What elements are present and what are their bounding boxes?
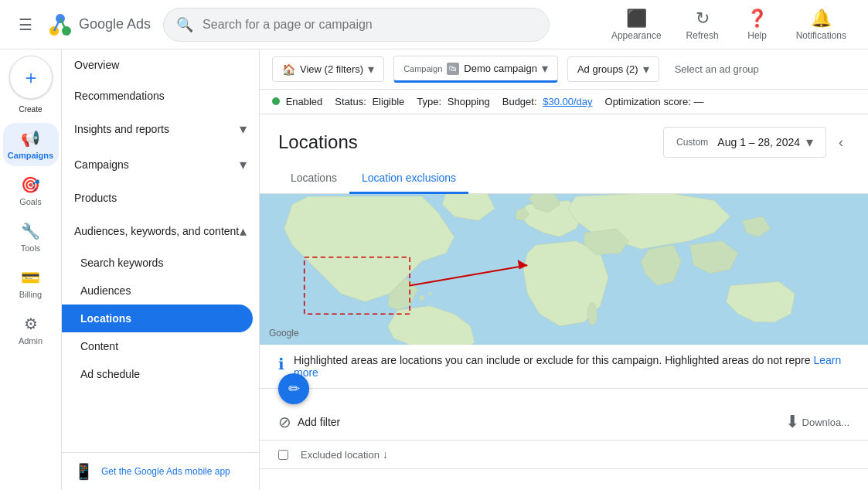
appearance-button[interactable]: ⬛ Appearance bbox=[602, 5, 671, 44]
status-field: Status: Eligible bbox=[335, 96, 404, 107]
sidebar-billing-label: Billing bbox=[19, 290, 42, 299]
nav-locations-label: Locations bbox=[80, 312, 131, 325]
sidebar-item-billing[interactable]: 💳 Billing bbox=[3, 262, 59, 305]
notifications-label: Notifications bbox=[796, 30, 846, 41]
svg-point-11 bbox=[428, 292, 431, 295]
sidebar-item-tools[interactable]: 🔧 Tools bbox=[3, 216, 59, 259]
info-text-content: Highlighted areas are locations you can … bbox=[294, 354, 811, 366]
tools-icon: 🔧 bbox=[21, 222, 40, 240]
nav-content[interactable]: Content bbox=[62, 332, 253, 360]
help-icon: ❓ bbox=[747, 9, 768, 29]
nav-search-keywords[interactable]: Search keywords bbox=[62, 249, 253, 277]
type-field: Type: Shopping bbox=[417, 96, 489, 107]
status-bar: Enabled Status: Eligible Type: Shopping … bbox=[260, 90, 868, 114]
nav-campaigns[interactable]: Campaigns ▾ bbox=[62, 147, 259, 182]
sidebar-admin-label: Admin bbox=[19, 336, 43, 345]
google-ads-logo-icon bbox=[48, 12, 73, 37]
table-header: Excluded location ↓ bbox=[260, 441, 868, 469]
main-content: 🏠 View (2 filters) ▾ Campaign 🛍 Demo cam… bbox=[260, 49, 868, 490]
filter-funnel-icon: ⊘ bbox=[278, 413, 291, 431]
tab-locations-label: Locations bbox=[291, 172, 337, 184]
table-select-all-checkbox[interactable] bbox=[278, 450, 288, 460]
budget-label: Budget: bbox=[502, 96, 537, 107]
campaign-filter-name: Demo campaign bbox=[464, 63, 537, 74]
campaign-filter-chevron-icon: ▾ bbox=[542, 61, 548, 76]
nav-products[interactable]: Products bbox=[62, 182, 259, 213]
ad-groups-filter-label: Ad groups (2) bbox=[577, 63, 638, 75]
nav-locations[interactable]: Locations bbox=[62, 305, 253, 332]
ad-groups-chevron-icon: ▾ bbox=[643, 62, 649, 77]
nav-recommendations-label: Recommendations bbox=[74, 90, 165, 102]
sidebar-goals-label: Goals bbox=[19, 197, 42, 206]
status-value: Eligible bbox=[372, 96, 404, 107]
hamburger-menu-icon[interactable]: ☰ bbox=[12, 9, 39, 40]
ad-groups-filter-button[interactable]: Ad groups (2) ▾ bbox=[567, 56, 659, 82]
nav-overview-label: Overview bbox=[74, 59, 119, 71]
enabled-label: Enabled bbox=[286, 96, 323, 107]
search-bar[interactable]: 🔍 bbox=[163, 8, 550, 42]
search-input[interactable] bbox=[203, 18, 536, 32]
nav-insights-chevron-icon: ▾ bbox=[240, 121, 247, 138]
excluded-location-col-header: Excluded location ↓ bbox=[301, 448, 388, 461]
sidebar-item-goals[interactable]: 🎯 Goals bbox=[3, 169, 59, 213]
sidebar-item-admin[interactable]: ⚙ Admin bbox=[3, 308, 59, 352]
sidebar-item-campaigns[interactable]: 📢 Campaigns bbox=[3, 123, 59, 166]
nav-ad-schedule-label: Ad schedule bbox=[80, 368, 140, 380]
refresh-button[interactable]: ↻ Refresh bbox=[677, 5, 728, 44]
tab-location-exclusions-label: Location exclusions bbox=[362, 172, 456, 184]
map: Google bbox=[260, 194, 868, 345]
sort-icon[interactable]: ↓ bbox=[383, 448, 388, 461]
topbar: ☰ Google Ads 🔍 ⬛ Appearance ↻ Refresh ❓ bbox=[0, 0, 868, 49]
view-filter-button[interactable]: 🏠 View (2 filters) ▾ bbox=[272, 56, 384, 82]
collapse-panel-button[interactable]: ‹ bbox=[832, 128, 849, 157]
nav-audiences-header[interactable]: Audiences, keywords, and content ▴ bbox=[62, 213, 259, 249]
campaign-filter-button[interactable]: Campaign 🛍 Demo campaign ▾ bbox=[393, 56, 558, 83]
nav-recommendations[interactable]: Recommendations bbox=[62, 80, 259, 111]
mobile-app-icon: 📱 bbox=[74, 462, 94, 481]
topbar-left: ☰ Google Ads bbox=[12, 9, 151, 40]
help-label: Help bbox=[747, 30, 767, 41]
tab-locations[interactable]: Locations bbox=[278, 164, 349, 194]
tabs: Locations Location exclusions bbox=[260, 164, 868, 194]
download-button[interactable]: ⬇ Downloa... bbox=[785, 412, 849, 432]
nav-insights-label: Insights and reports bbox=[74, 123, 169, 135]
layout: ＋ Create 📢 Campaigns 🎯 Goals 🔧 Tools 💳 B… bbox=[0, 49, 868, 490]
create-button[interactable]: ＋ bbox=[9, 56, 53, 99]
help-button[interactable]: ❓ Help bbox=[734, 5, 781, 44]
appearance-icon: ⬛ bbox=[626, 9, 647, 29]
nav-audiences-item-label: Audiences bbox=[80, 284, 131, 297]
svg-point-10 bbox=[420, 295, 424, 300]
view-filter-chevron-icon: ▾ bbox=[368, 62, 374, 77]
status-label: Status: bbox=[335, 96, 366, 107]
search-icon: 🔍 bbox=[176, 16, 193, 33]
download-icon: ⬇ bbox=[785, 412, 799, 432]
appearance-label: Appearance bbox=[611, 30, 662, 41]
nav-campaigns-chevron-icon: ▾ bbox=[240, 156, 247, 173]
budget-value[interactable]: $30.00/day bbox=[543, 96, 592, 107]
download-label: Downloa... bbox=[802, 417, 849, 428]
ad-groups-select-value: Select an ad group bbox=[675, 63, 759, 75]
page-title: Locations bbox=[278, 131, 358, 153]
create-label: Create bbox=[19, 105, 42, 114]
add-filter-button[interactable]: ⊘ Add filter bbox=[278, 413, 340, 431]
notifications-button[interactable]: 🔔 Notifications bbox=[787, 5, 856, 44]
refresh-icon: ↻ bbox=[696, 9, 710, 29]
nav-ad-schedule[interactable]: Ad schedule bbox=[62, 360, 253, 388]
date-picker-button[interactable]: Custom Aug 1 – 28, 2024 ▾ bbox=[663, 127, 826, 158]
nav-overview[interactable]: Overview bbox=[62, 49, 259, 80]
edit-fab-button[interactable]: ✏ bbox=[278, 373, 309, 404]
nav-campaigns-label: Campaigns bbox=[74, 158, 129, 171]
refresh-label: Refresh bbox=[686, 30, 719, 41]
date-picker-chevron-icon: ▾ bbox=[806, 134, 813, 151]
nav-audiences-item[interactable]: Audiences bbox=[62, 277, 253, 305]
campaigns-icon: 📢 bbox=[21, 129, 40, 148]
content-area: Locations Custom Aug 1 – 28, 2024 ▾ ‹ Lo… bbox=[260, 114, 868, 490]
mobile-app-footer[interactable]: 📱 Get the Google Ads mobile app bbox=[62, 452, 259, 490]
info-banner-wrapper: ℹ Highlighted areas are locations you ca… bbox=[260, 345, 868, 389]
excluded-location-col-label: Excluded location bbox=[301, 449, 380, 461]
nav-insights[interactable]: Insights and reports ▾ bbox=[62, 111, 259, 147]
date-range-value: Aug 1 – 28, 2024 bbox=[717, 136, 800, 148]
view-filter-label: View (2 filters) bbox=[300, 63, 363, 75]
date-custom-label: Custom bbox=[676, 137, 708, 148]
tab-location-exclusions[interactable]: Location exclusions bbox=[349, 164, 468, 194]
